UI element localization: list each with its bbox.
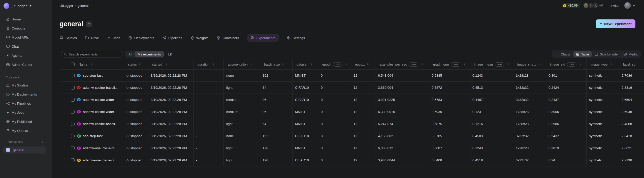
row-checkbox[interactable] (71, 98, 75, 102)
column-header-epoch[interactable]: epochmin↑↓ (318, 59, 351, 69)
sidebar-item-chat[interactable]: Chat (0, 42, 52, 51)
row-checkbox[interactable] (71, 110, 75, 114)
row-checkbox[interactable] (71, 146, 75, 150)
row-checkbox[interactable] (71, 134, 75, 138)
sidebar-item-my-jobs[interactable]: My Jobs (0, 108, 52, 117)
column-header-image_type[interactable]: image_type↑↓ (587, 59, 619, 69)
sidebar-item-agents[interactable]: Agents (0, 51, 52, 60)
table-row[interactable]: adamw-cosine-widerstopped3/19/2026, 02:2… (60, 106, 644, 118)
credits-badge[interactable]: 480.09 (562, 3, 580, 8)
column-header-image_mean[interactable]: image_meanmin↑↓ (470, 59, 513, 69)
column-header-dataset[interactable]: dataset↑↓ (293, 59, 318, 69)
aggregation-badge[interactable]: min (333, 62, 342, 67)
sidebar-item-my-deployments[interactable]: My Deployments (0, 90, 52, 99)
view-charts[interactable]: Charts (553, 51, 573, 57)
table-row[interactable]: adamw-cosine-baseli...stopped3/19/2026, … (60, 82, 644, 94)
visibility-eye-icon[interactable] (77, 86, 81, 89)
row-checkbox[interactable] (71, 122, 75, 126)
user-menu[interactable] (624, 2, 635, 9)
teamspace-item-general[interactable]: general (3, 146, 46, 154)
sort-arrows-icon[interactable]: ↑↓ (164, 63, 167, 66)
visibility-eye-icon[interactable] (77, 159, 81, 162)
tab-weights[interactable]: Weights (190, 34, 209, 42)
sort-arrows-icon[interactable]: ↑↓ (578, 63, 581, 66)
folder-plus-icon[interactable] (168, 52, 173, 56)
workspace-switcher[interactable]: LitLogger (0, 0, 52, 9)
column-header-duration[interactable]: duration↑↓ (194, 59, 224, 69)
tab-experiments[interactable]: Experiments (247, 34, 279, 42)
sort-arrows-icon[interactable]: ↑↓ (139, 63, 142, 66)
sort-arrows-icon[interactable]: ↑↓ (506, 63, 509, 66)
breadcrumb-teamspace[interactable]: general (78, 4, 88, 8)
row-checkbox[interactable] (71, 74, 75, 77)
view-media[interactable]: Media (621, 51, 640, 57)
row-checkbox[interactable] (71, 158, 75, 162)
breadcrumb-workspace[interactable]: LitLogger (59, 4, 73, 8)
table-row[interactable]: adamw-cosine-widerstopped3/19/2026, 02:2… (60, 94, 644, 106)
visibility-eye-icon[interactable] (77, 122, 81, 126)
sort-arrows-icon[interactable]: ↑↓ (462, 63, 465, 66)
search-input[interactable] (69, 52, 120, 56)
sidebar-item-home[interactable]: Home (0, 15, 52, 24)
sort-arrows-icon[interactable]: ↑↓ (609, 63, 612, 66)
table-row[interactable]: sgd-step-faststopped3/19/2026, 02:22:28 … (60, 130, 644, 142)
table-row[interactable]: sgd-step-faststopped3/19/2026, 02:22:28 … (60, 70, 644, 82)
add-teamspace-button[interactable]: + (42, 140, 46, 144)
sort-arrows-icon[interactable]: ↑↓ (89, 63, 92, 66)
select-all-checkbox[interactable] (71, 63, 75, 66)
sort-arrows-icon[interactable]: ↑↓ (309, 63, 312, 66)
sidebar-item-model-apis[interactable]: Model APIs (0, 33, 52, 42)
table-row[interactable]: adamw-one_cycle-dr...stopped3/19/2026, 0… (60, 154, 644, 166)
sort-arrows-icon[interactable]: ↑↓ (249, 63, 252, 66)
column-header-augmentation[interactable]: augmentation↑↓ (224, 59, 260, 69)
column-header-name[interactable]: Name↑↓ (60, 59, 124, 69)
tab-deployments[interactable]: Deployments (128, 34, 154, 42)
visibility-eye-icon[interactable] (77, 146, 81, 150)
sidebar-item-compute[interactable]: Compute (0, 24, 52, 33)
sort-arrows-icon[interactable]: ↑↓ (420, 63, 423, 66)
tab-settings[interactable]: Settings (287, 34, 305, 42)
invite-button[interactable]: Invite (610, 4, 619, 8)
aggregation-badge[interactable]: min (409, 62, 418, 67)
new-experiment-button[interactable]: + New Experiment (596, 19, 635, 28)
sort-arrows-icon[interactable]: ↑↓ (538, 63, 541, 66)
column-header-examples_per_sec[interactable]: examples_per_secmin↑↓ (375, 59, 429, 69)
sort-arrows-icon[interactable]: ↑↓ (367, 63, 370, 66)
view-table[interactable]: Table (573, 51, 592, 57)
column-header-started[interactable]: started↑↓ (148, 59, 194, 69)
sort-arrows-icon[interactable]: ↑↓ (211, 63, 214, 66)
column-header-grad_norm[interactable]: grad_normmin↑↓ (429, 59, 470, 69)
scope-option-my-experiments[interactable]: My experiments (135, 51, 164, 57)
column-header-image_std[interactable]: image_stdmin↑↓ (546, 59, 587, 69)
tab-jobs[interactable]: Jobs (107, 34, 120, 42)
member-avatars[interactable] (583, 3, 598, 8)
aggregation-badge[interactable]: min (495, 62, 504, 67)
sidebar-item-admin-center[interactable]: Admin Center (0, 60, 52, 69)
visibility-eye-icon[interactable] (77, 98, 81, 101)
sort-arrows-icon[interactable]: ↑↓ (344, 63, 347, 66)
aggregation-badge[interactable]: min (451, 62, 460, 67)
help-badge[interactable]: ? (86, 21, 92, 27)
visibility-eye-icon[interactable] (77, 74, 81, 77)
tab-drive[interactable]: Drive (85, 34, 99, 42)
column-header-image_sha[interactable]: image_sha...↑↓ (513, 59, 546, 69)
sort-arrows-icon[interactable]: ↑↓ (281, 63, 284, 66)
visibility-eye-icon[interactable] (77, 110, 81, 113)
row-checkbox[interactable] (71, 86, 75, 90)
visibility-eye-icon[interactable] (77, 134, 81, 138)
column-header-status[interactable]: status↑↓ (124, 59, 148, 69)
table-row[interactable]: adamw-one_cycle-dr...stopped3/19/2026, 0… (60, 142, 644, 154)
tab-containers[interactable]: Containers (216, 34, 239, 42)
column-header-batch_size[interactable]: batch_size↑↓ (260, 59, 293, 69)
sidebar-item-my-pipelines[interactable]: My Pipelines (0, 99, 52, 108)
column-header-label_sp[interactable]: label_sp (619, 59, 644, 69)
scope-option-all[interactable]: All (126, 51, 135, 57)
tab-pipelines[interactable]: Pipelines (162, 34, 182, 42)
sidebar-item-my-quests[interactable]: My Quests (0, 126, 52, 135)
search-box[interactable] (61, 51, 123, 57)
tab-studios[interactable]: Studios (59, 34, 77, 42)
view-side-by-side[interactable]: Side by side (592, 51, 620, 57)
aggregation-badge[interactable]: min (567, 62, 576, 67)
sidebar-item-my-published[interactable]: My Published (0, 117, 52, 126)
column-header-epoc[interactable]: epoc...↑↓ (351, 59, 375, 69)
